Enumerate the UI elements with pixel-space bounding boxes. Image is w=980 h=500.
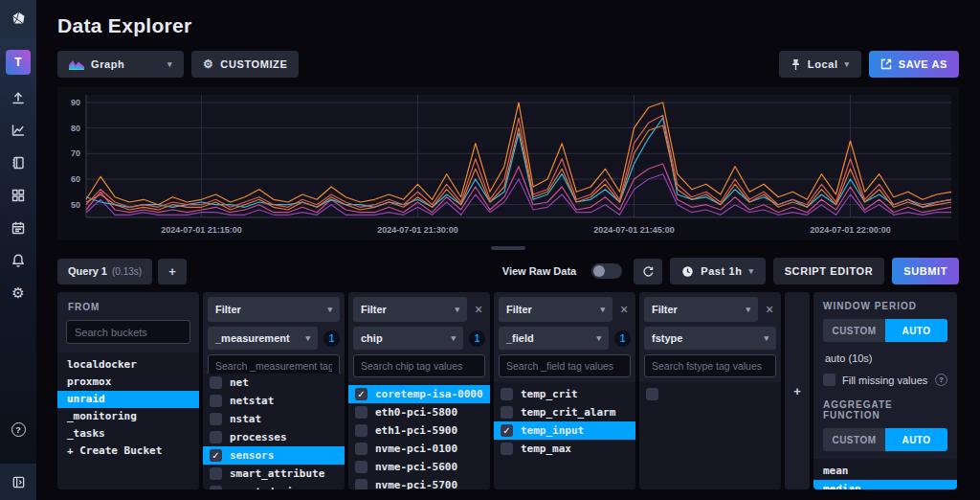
bucket-item[interactable]: _tasks [57, 425, 199, 443]
chart-svg[interactable]: 50607080902024-07-01 21:15:002024-07-01 … [57, 87, 957, 240]
bucket-item[interactable]: localdocker [57, 356, 199, 374]
function-item[interactable]: mean [813, 462, 957, 480]
script-editor-button[interactable]: SCRIPT EDITOR [773, 258, 885, 284]
tag-value-search-input[interactable] [499, 354, 631, 377]
svg-text:2024-07-01 21:15:00: 2024-07-01 21:15:00 [161, 225, 242, 235]
aggregate-custom-button[interactable]: CUSTOM [823, 428, 885, 451]
tag-key-dropdown[interactable]: _measurement ▾ [208, 327, 318, 350]
tag-value-item[interactable]: ✓sensors [203, 446, 345, 465]
influxdb-logo[interactable] [0, 0, 36, 38]
resize-drag-handle[interactable] [491, 246, 525, 250]
bucket-item[interactable]: proxmox [57, 374, 199, 391]
tag-value-search-input[interactable] [353, 354, 485, 377]
tag-value-item[interactable]: smart_attribute [203, 465, 345, 483]
data-explorer-icon[interactable] [11, 123, 26, 138]
window-auto-button[interactable]: AUTO [885, 319, 947, 342]
checkbox[interactable] [355, 479, 368, 489]
fill-missing-checkbox[interactable] [823, 374, 835, 386]
tag-value-label: smart_device [230, 486, 305, 489]
checkbox[interactable] [210, 376, 222, 389]
tasks-calendar-icon[interactable] [11, 220, 26, 236]
tag-value-item[interactable]: nvme-pci-5600 [348, 458, 490, 476]
tag-value-item[interactable]: nvme-pci-5700 [348, 476, 490, 489]
refresh-button[interactable] [634, 259, 662, 284]
tag-value-item[interactable]: temp_crit [494, 385, 635, 403]
tag-value-item[interactable]: smart_device [203, 483, 345, 489]
alerts-bell-icon[interactable] [11, 253, 26, 268]
checkbox[interactable]: ✓ [501, 424, 513, 437]
upload-icon[interactable] [11, 90, 26, 105]
tag-key-dropdown[interactable]: fstype ▾ [644, 327, 776, 350]
tag-value-item[interactable]: netstat [203, 392, 345, 410]
tag-value-label: temp_max [521, 443, 571, 455]
checkbox[interactable] [210, 395, 222, 407]
checkbox[interactable] [501, 406, 513, 419]
checkbox[interactable] [355, 443, 368, 455]
filter-panel: Filter ▾ × chip ▾ 1 ✓coretemp-isa-0000et… [348, 292, 490, 489]
aggregate-auto-button[interactable]: AUTO [885, 428, 947, 451]
customize-button[interactable]: ⚙ CUSTOMIZE [191, 51, 299, 78]
checkbox[interactable] [210, 413, 222, 425]
tag-value-search-input[interactable] [644, 354, 776, 377]
add-filter-button[interactable]: + [785, 292, 810, 489]
graph-type-icon [69, 58, 84, 70]
tag-value-item[interactable]: ✓temp_input [494, 421, 635, 440]
tag-key-dropdown[interactable]: chip ▾ [353, 327, 463, 350]
query-tab[interactable]: Query 1 (0.13s) [57, 259, 152, 284]
checkbox[interactable] [355, 461, 368, 473]
local-dropdown[interactable]: Local ▾ [779, 51, 861, 78]
filter-type-dropdown[interactable]: Filter ▾ [644, 297, 758, 322]
tag-value-item[interactable]: temp_max [494, 440, 635, 458]
checkbox[interactable]: ✓ [355, 388, 368, 400]
close-icon[interactable]: × [617, 303, 631, 316]
chevron-down-icon: ▾ [845, 59, 850, 69]
view-type-dropdown[interactable]: Graph ▾ [57, 51, 184, 78]
user-avatar[interactable]: T [6, 50, 31, 75]
tag-value-item[interactable]: eth0-pci-5800 [348, 403, 490, 421]
info-icon[interactable]: ? [935, 374, 947, 386]
toggle-panel-icon[interactable] [0, 464, 36, 500]
checkbox[interactable] [646, 388, 658, 400]
checkbox[interactable] [501, 443, 513, 455]
view-raw-data-toggle[interactable] [591, 263, 622, 279]
close-icon[interactable]: × [763, 303, 776, 316]
chevron-down-icon: ▾ [167, 59, 172, 69]
checkbox[interactable] [501, 388, 513, 400]
bucket-item[interactable]: unraid [57, 391, 199, 408]
filter-type-dropdown[interactable]: Filter ▾ [499, 297, 612, 322]
dashboards-icon[interactable] [11, 188, 26, 203]
tag-value-item[interactable]: temp_crit_alarm [494, 403, 635, 421]
checkbox[interactable] [210, 486, 222, 489]
help-icon[interactable]: ? [11, 422, 26, 437]
tag-value-label: nvme-pci-5600 [375, 461, 457, 473]
checkbox[interactable]: ✓ [210, 449, 222, 462]
tag-value-item[interactable]: ✓coretemp-isa-0000 [348, 385, 490, 403]
tag-value-item[interactable] [639, 385, 781, 403]
filter-type-dropdown[interactable]: Filter ▾ [353, 297, 467, 322]
bucket-item[interactable]: _monitoring [57, 408, 199, 425]
window-custom-button[interactable]: CUSTOM [823, 319, 885, 342]
checkbox[interactable] [210, 467, 222, 480]
filter-type-dropdown[interactable]: Filter ▾ [208, 297, 340, 322]
save-as-button[interactable]: SAVE AS [869, 51, 959, 78]
tag-value-item[interactable]: nvme-pci-0100 [348, 440, 490, 458]
tag-value-item[interactable]: processes [203, 428, 345, 446]
close-icon[interactable]: × [472, 303, 485, 316]
settings-gear-icon[interactable]: ⚙ [11, 285, 26, 301]
checkbox[interactable] [355, 406, 368, 419]
tag-value-item[interactable]: net [203, 374, 345, 392]
add-query-button[interactable]: + [158, 259, 187, 284]
bucket-search-input[interactable] [66, 320, 190, 344]
sidebar: T ⚙ ? [0, 0, 36, 500]
tag-value-item[interactable]: eth1-pci-5900 [348, 421, 490, 440]
tag-value-label: nstat [230, 413, 261, 425]
create-bucket-button[interactable]: + Create Bucket [57, 443, 199, 460]
submit-button[interactable]: SUBMIT [892, 258, 959, 284]
tag-key-dropdown[interactable]: _field ▾ [499, 327, 609, 350]
tag-value-item[interactable]: nstat [203, 410, 345, 428]
time-range-dropdown[interactable]: Past 1h ▾ [670, 258, 765, 284]
checkbox[interactable] [210, 431, 222, 443]
checkbox[interactable] [355, 424, 368, 437]
function-item[interactable]: median [813, 480, 957, 489]
notebooks-icon[interactable] [11, 155, 26, 170]
